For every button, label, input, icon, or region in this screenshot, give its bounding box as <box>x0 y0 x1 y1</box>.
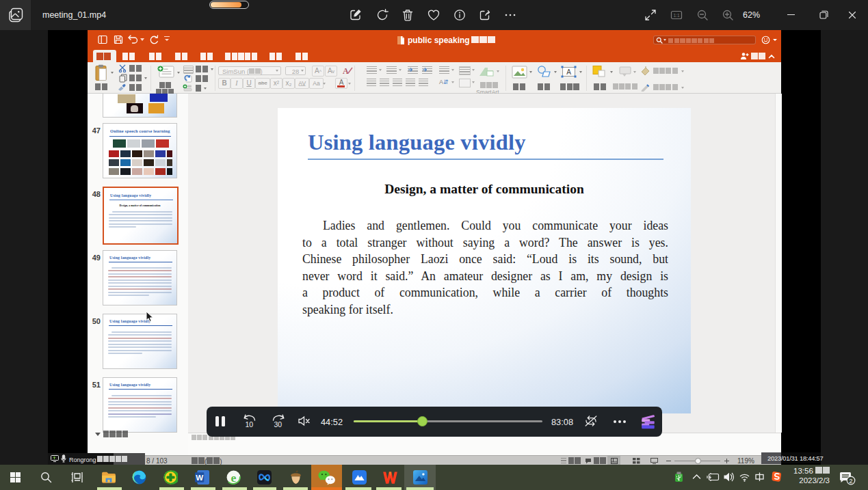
svg-text:W: W <box>196 473 203 482</box>
svg-text:e: e <box>231 471 237 485</box>
svg-text:10: 10 <box>246 420 254 428</box>
svg-text:A: A <box>566 68 571 76</box>
svg-text:30: 30 <box>274 420 282 428</box>
svg-text:2: 2 <box>849 477 852 485</box>
svg-text:1:1: 1:1 <box>673 13 679 18</box>
svg-text:A: A <box>343 66 349 76</box>
